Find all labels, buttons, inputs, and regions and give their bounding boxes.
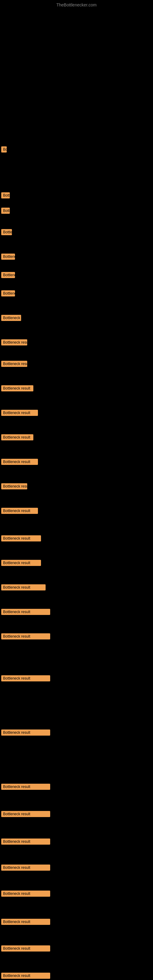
- result-label-5: Bottleneck result: [1, 254, 15, 260]
- result-item-15[interactable]: Bottleneck result: [1, 483, 27, 491]
- result-label-31: Bottleneck result: [1, 973, 50, 979]
- result-item-26[interactable]: Bottleneck result: [1, 838, 50, 846]
- result-label-2: Bottleneck result: [1, 192, 10, 199]
- result-item-29[interactable]: Bottleneck result: [1, 919, 50, 926]
- result-item-4[interactable]: Bottleneck result: [1, 229, 12, 236]
- result-label-1: Bottleneck result: [1, 146, 7, 153]
- result-label-7: Bottleneck result: [1, 290, 15, 296]
- result-item-3[interactable]: Bottleneck result: [1, 208, 10, 215]
- result-item-12[interactable]: Bottleneck result: [1, 410, 38, 417]
- result-item-31[interactable]: Bottleneck result: [1, 973, 50, 980]
- result-item-7[interactable]: Bottleneck result: [1, 290, 15, 298]
- result-item-25[interactable]: Bottleneck result: [1, 811, 50, 818]
- result-item-6[interactable]: Bottleneck result: [1, 272, 15, 279]
- result-item-1[interactable]: Bottleneck result: [1, 146, 7, 154]
- result-item-10[interactable]: Bottleneck result: [1, 361, 27, 368]
- result-label-21: Bottleneck result: [1, 633, 50, 640]
- result-label-8: Bottleneck result: [1, 315, 21, 321]
- result-item-11[interactable]: Bottleneck result: [1, 385, 33, 393]
- result-label-17: Bottleneck result: [1, 535, 41, 541]
- result-label-30: Bottleneck result: [1, 945, 50, 951]
- result-item-9[interactable]: Bottleneck result: [1, 339, 27, 347]
- result-label-25: Bottleneck result: [1, 811, 50, 817]
- result-item-22[interactable]: Bottleneck result: [1, 675, 50, 682]
- result-label-3: Bottleneck result: [1, 208, 10, 214]
- result-label-19: Bottleneck result: [1, 584, 46, 590]
- result-label-28: Bottleneck result: [1, 891, 50, 897]
- result-item-23[interactable]: Bottleneck result: [1, 730, 50, 737]
- result-item-5[interactable]: Bottleneck result: [1, 254, 15, 261]
- result-label-22: Bottleneck result: [1, 675, 50, 681]
- result-item-28[interactable]: Bottleneck result: [1, 891, 50, 898]
- page-wrapper: TheBottlenecker.com: [0, 0, 153, 9]
- result-label-15: Bottleneck result: [1, 483, 27, 489]
- result-item-13[interactable]: Bottleneck result: [1, 434, 33, 442]
- result-label-27: Bottleneck result: [1, 865, 50, 871]
- result-label-12: Bottleneck result: [1, 410, 38, 416]
- result-item-18[interactable]: Bottleneck result: [1, 560, 41, 567]
- result-item-21[interactable]: Bottleneck result: [1, 633, 50, 641]
- result-label-13: Bottleneck result: [1, 434, 33, 441]
- result-label-23: Bottleneck result: [1, 730, 50, 736]
- site-title: TheBottlenecker.com: [0, 0, 153, 9]
- result-item-8[interactable]: Bottleneck result: [1, 315, 21, 322]
- result-label-24: Bottleneck result: [1, 784, 50, 790]
- result-item-14[interactable]: Bottleneck result: [1, 459, 38, 466]
- result-label-10: Bottleneck result: [1, 361, 27, 367]
- result-item-2[interactable]: Bottleneck result: [1, 192, 10, 200]
- result-label-14: Bottleneck result: [1, 459, 38, 465]
- results-wrapper: Bottleneck resultBottleneck resultBottle…: [0, 9, 153, 980]
- result-label-6: Bottleneck result: [1, 272, 15, 278]
- result-label-9: Bottleneck result: [1, 339, 27, 345]
- result-label-26: Bottleneck result: [1, 838, 50, 845]
- result-item-19[interactable]: Bottleneck result: [1, 584, 46, 592]
- result-label-4: Bottleneck result: [1, 229, 12, 235]
- result-label-18: Bottleneck result: [1, 560, 41, 566]
- result-label-16: Bottleneck result: [1, 508, 38, 514]
- result-item-16[interactable]: Bottleneck result: [1, 508, 38, 515]
- result-item-20[interactable]: Bottleneck result: [1, 609, 50, 616]
- result-item-24[interactable]: Bottleneck result: [1, 784, 50, 791]
- site-header: TheBottlenecker.com: [0, 0, 153, 9]
- result-label-20: Bottleneck result: [1, 609, 50, 615]
- result-label-29: Bottleneck result: [1, 919, 50, 925]
- result-label-11: Bottleneck result: [1, 385, 33, 391]
- result-item-30[interactable]: Bottleneck result: [1, 945, 50, 953]
- result-item-27[interactable]: Bottleneck result: [1, 865, 50, 872]
- result-item-17[interactable]: Bottleneck result: [1, 535, 41, 542]
